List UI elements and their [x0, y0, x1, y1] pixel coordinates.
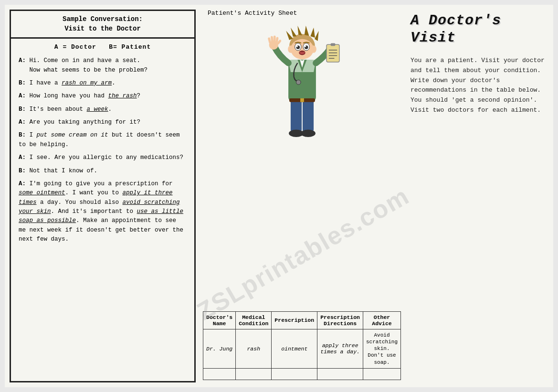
dialogue-line-8: B: Not that I know of.	[19, 167, 187, 176]
role-b: B= Patient	[109, 43, 151, 51]
text-b2-post: .	[108, 106, 112, 113]
cell-empty	[317, 369, 363, 380]
svg-rect-28	[326, 44, 339, 62]
table-row-empty-1	[203, 369, 401, 380]
col-advice: Other Advice	[363, 311, 401, 329]
speaker-b1: B:	[19, 80, 26, 86]
watermark: ZSLprintables.com	[192, 181, 414, 326]
text-a1: Hi. Come on in and have a seat. Now what…	[19, 57, 147, 73]
svg-point-21	[296, 80, 301, 85]
text-b1-underline: rash on my arm	[62, 80, 112, 86]
speaker-a4: A:	[19, 154, 26, 161]
text-b3-italic: put some cream on it	[37, 132, 108, 138]
cell-directions: apply threetimes a day.	[317, 329, 363, 368]
speaker-b3: B:	[19, 132, 26, 138]
cell-doctor-name: Dr. Jung	[203, 329, 236, 368]
middle-panel: Patient's Activity Sheet	[200, 5, 406, 387]
table-header-row: Doctor's Name MedicalCondition Prescript…	[203, 311, 401, 329]
svg-point-7	[290, 39, 313, 59]
conversation-header: Sample Conversation: Visit to the Doctor	[11, 11, 194, 39]
cell-empty	[363, 369, 401, 380]
dialogue-line-7: A: I see. Are you allergic to any medica…	[19, 153, 187, 162]
svg-marker-5	[310, 28, 315, 38]
cell-advice: Avoid scratching skin.Don't use soap.	[363, 329, 401, 368]
text-a5-1: I'm going to give you a prescription for	[30, 180, 173, 187]
text-b1-pre: I have a	[30, 80, 62, 86]
table-area: Doctor's Name MedicalCondition Prescript…	[203, 311, 401, 382]
svg-rect-29	[330, 43, 335, 46]
svg-rect-35	[302, 100, 313, 132]
svg-point-37	[301, 129, 316, 137]
svg-point-15	[288, 45, 294, 53]
speaker-a3: A:	[19, 119, 26, 126]
cell-prescription: ointment	[272, 329, 317, 368]
dialogue-line-1: A: Hi. Come on in and have a seat. Now w…	[19, 56, 187, 75]
conversation-body: A = Doctor B= Patient A: Hi. Come on in …	[11, 39, 194, 381]
text-a5-4: . And it's important to	[51, 208, 137, 215]
text-a5-3: a day. You should also	[37, 199, 123, 206]
cell-condition: rash	[236, 329, 272, 368]
svg-line-27	[278, 41, 280, 43]
text-b2-underline: a week	[87, 106, 108, 113]
right-panel: A Doctor's Visit You are a patient. Visi…	[406, 5, 558, 387]
svg-marker-3	[297, 26, 302, 35]
table-row: Dr. Jung rash ointment apply threetimes …	[203, 329, 401, 368]
col-doctor-name: Doctor's Name	[203, 311, 236, 329]
dialogue: A: Hi. Come on in and have a seat. Now w…	[19, 56, 187, 244]
svg-point-16	[311, 45, 316, 53]
speaker-b2: B:	[19, 106, 26, 113]
cell-empty	[272, 369, 317, 380]
text-a5-u1: some ointment	[19, 190, 65, 196]
dialogue-line-9: A: I'm going to give you a prescription …	[19, 180, 187, 244]
text-a4: I see. Are you allergic to any medicatio…	[30, 154, 184, 161]
svg-marker-2	[290, 28, 296, 37]
doctor-image-area	[203, 19, 401, 153]
col-prescription: Prescription	[272, 311, 317, 329]
speaker-b4: B:	[19, 168, 26, 174]
svg-rect-39	[300, 98, 304, 102]
svg-line-24	[272, 37, 272, 41]
dialogue-line-4: B: It's been about a week.	[19, 105, 187, 114]
svg-point-13	[305, 46, 306, 47]
cell-empty	[203, 369, 236, 380]
text-b4: Not that I know of.	[30, 168, 98, 174]
text-b1-post: .	[112, 80, 116, 86]
description: You are a patient. Visit your doctor and…	[411, 56, 554, 116]
speaker-a1: A:	[19, 57, 26, 64]
svg-rect-34	[290, 100, 301, 132]
role-a: A = Doctor	[54, 43, 96, 51]
text-a3: Are you taking anything for it?	[30, 119, 141, 126]
activity-title: Patient's Activity Sheet	[203, 10, 401, 17]
svg-marker-6	[315, 31, 319, 41]
svg-point-12	[296, 46, 297, 47]
header-line1: Sample Conversation:	[63, 15, 143, 23]
text-a5-2: . I want you to	[65, 190, 123, 196]
dialogue-line-3: A: How long have you had the rash?	[19, 92, 187, 101]
activity-table: Doctor's Name MedicalCondition Prescript…	[203, 311, 401, 380]
svg-line-26	[277, 38, 277, 42]
text-a2-pre: How long have you had	[30, 93, 108, 99]
text-a2-post: ?	[137, 93, 141, 99]
svg-line-23	[269, 39, 270, 42]
roles-line: A = Doctor B= Patient	[19, 43, 187, 51]
col-directions: PrescriptionDirections	[317, 311, 363, 329]
dialogue-line-2: B: I have a rash on my arm.	[19, 79, 187, 88]
speaker-a5: A:	[19, 180, 26, 187]
left-panel: Sample Conversation: Visit to the Doctor…	[10, 10, 196, 382]
svg-marker-4	[304, 26, 309, 36]
dialogue-line-5: A: Are you taking anything for it?	[19, 118, 187, 127]
page-title: A Doctor's Visit	[411, 12, 554, 46]
text-b2-pre: It's been about	[30, 106, 87, 113]
text-b3-pre: I	[30, 132, 37, 138]
col-condition: MedicalCondition	[236, 311, 272, 329]
text-a2-underline: the rash	[108, 93, 137, 99]
dialogue-line-6: B: I put some cream on it but it doesn't…	[19, 131, 187, 149]
header-line2: Visit to the Doctor	[64, 25, 141, 32]
speaker-a2: A:	[19, 93, 26, 99]
doctor-image	[259, 24, 345, 148]
cell-empty	[236, 369, 272, 380]
